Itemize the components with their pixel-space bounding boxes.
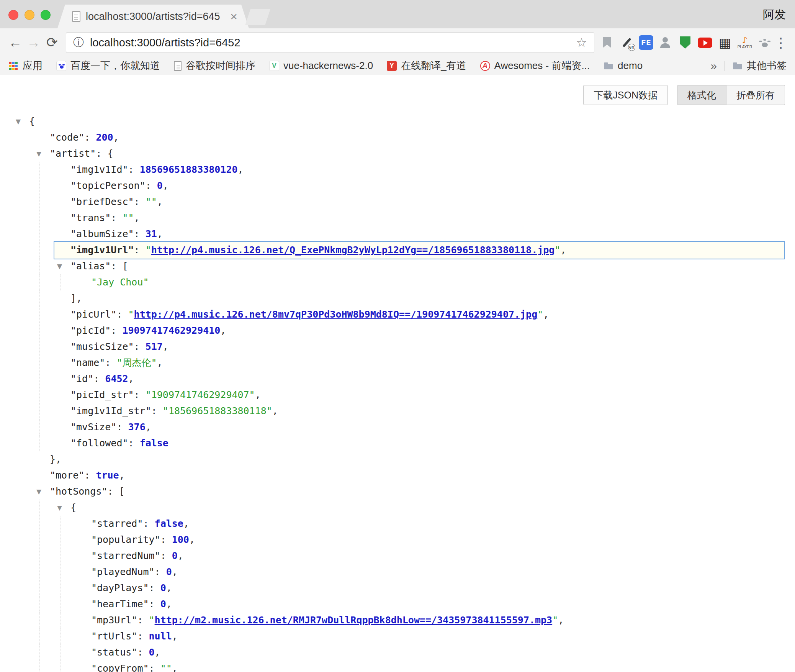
browser-tab[interactable]: localhost:3000/artists?id=645 × — [57, 5, 249, 28]
collapse-all-button[interactable]: 折叠所有 — [726, 85, 785, 105]
tree-guide-line — [39, 210, 40, 226]
bookmark-item[interactable]: Vvue-hackernews-2.0 — [269, 60, 373, 72]
json-line: "mp3Url": "http://m2.music.126.net/RMJR7… — [0, 612, 795, 628]
bookmark-item[interactable]: Y在线翻译_有道 — [387, 59, 466, 72]
bookmark-item[interactable]: 百度一下，你就知道 — [56, 59, 160, 72]
tree-guide-line — [19, 339, 19, 355]
json-line: "picUrl": "http://p4.music.126.net/8mv7q… — [0, 306, 795, 323]
other-bookmarks[interactable]: 其他书签 — [733, 59, 787, 72]
json-token: : — [128, 438, 140, 449]
close-window-button[interactable] — [8, 10, 18, 20]
other-bookmarks-label: 其他书签 — [747, 59, 787, 72]
json-token: , — [560, 244, 566, 256]
json-line: "trans": "", — [0, 210, 795, 226]
collapse-caret-icon[interactable]: ▼ — [57, 258, 62, 274]
json-token: : — [160, 534, 172, 545]
json-url-link[interactable]: http://p4.music.126.net/8mv7qP30Pd3oHW8b… — [134, 309, 538, 320]
json-line: "id": 6452, — [0, 371, 795, 387]
json-token: , — [134, 212, 140, 223]
profile-name[interactable]: 阿发 — [763, 7, 786, 23]
minimize-window-button[interactable] — [25, 10, 34, 20]
reload-button[interactable]: ⟳ — [43, 36, 61, 49]
tab-strip: localhost:3000/artists?id=645 × 阿发 — [0, 0, 795, 28]
browser-menu-icon[interactable]: ⋮ — [773, 35, 789, 51]
json-token: : — [155, 566, 166, 577]
tree-guide-line — [19, 129, 19, 146]
json-url-link[interactable]: http://p4.music.126.net/Q_ExePNkmgB2yWyL… — [151, 244, 555, 256]
tree-guide-line — [39, 306, 40, 323]
json-token: "albumSize" — [70, 228, 134, 239]
json-token: ], — [70, 293, 82, 304]
folder-icon — [733, 61, 743, 71]
format-button[interactable]: 格式化 — [677, 85, 726, 105]
tree-guide-line — [19, 516, 19, 532]
pennant-icon[interactable] — [599, 34, 615, 51]
json-url-link[interactable]: http://m2.music.126.net/RMJR7wDullRqppBk… — [155, 615, 553, 626]
json-token: "starred" — [91, 518, 143, 529]
json-token: 19097417462929410 — [122, 325, 220, 336]
json-token: , — [220, 325, 226, 336]
json-token: : — [84, 470, 96, 481]
browser-window: localhost:3000/artists?id=645 × 阿发 ← → ⟳… — [0, 0, 795, 672]
url-text[interactable]: localhost:3000/artists?id=6452 — [90, 36, 576, 49]
json-line: ▼"artist": { — [0, 146, 795, 162]
json-token: 31 — [146, 228, 157, 239]
json-token: "code" — [50, 132, 84, 143]
tree-guide-line — [39, 661, 40, 672]
tree-guide-line — [39, 387, 40, 403]
tree-guide-line — [19, 532, 19, 548]
forward-button[interactable]: → — [25, 36, 43, 49]
address-bar[interactable]: ⓘ localhost:3000/artists?id=6452 ☆ — [66, 32, 594, 53]
page-info-icon[interactable]: ⓘ — [73, 37, 84, 48]
qr-code-icon[interactable]: ▦ — [717, 34, 733, 51]
download-json-button[interactable]: 下载JSON数据 — [583, 85, 668, 105]
json-token: : — [134, 196, 146, 207]
tree-guide-line — [39, 628, 40, 644]
tree-guide-line — [19, 548, 19, 564]
json-token: , — [157, 357, 163, 368]
collapse-caret-icon[interactable]: ▼ — [36, 484, 41, 500]
json-token: "" — [160, 663, 172, 672]
bookmark-item[interactable]: AAwesomes - 前端资... — [480, 59, 590, 72]
tree-guide-line — [19, 387, 19, 403]
tree-guide-line — [60, 274, 61, 290]
back-button[interactable]: ← — [6, 36, 25, 49]
json-token: : [ — [111, 261, 128, 272]
json-line: ], — [0, 290, 795, 306]
collapse-caret-icon[interactable]: ▼ — [57, 500, 62, 516]
json-line: "img1v1Id_str": "18569651883380118", — [0, 403, 795, 419]
new-tab-button[interactable] — [245, 9, 270, 25]
collapse-caret-icon[interactable]: ▼ — [36, 146, 41, 162]
player-icon[interactable]: ♪PLAYER — [737, 34, 753, 51]
collapse-caret-icon[interactable]: ▼ — [16, 113, 21, 129]
page-content: 下载JSON数据 格式化 折叠所有 ▼{"code": 200,▼"artist… — [0, 75, 795, 672]
json-token: "img1v1Url" — [70, 244, 134, 256]
json-line: "status": 0, — [0, 644, 795, 661]
bookmark-label: Awesomes - 前端资... — [494, 59, 590, 72]
json-token: , — [146, 421, 151, 433]
tree-guide-line — [19, 162, 19, 178]
bookmark-item[interactable]: demo — [604, 60, 643, 72]
bookmark-item[interactable]: 谷歌按时间排序 — [174, 59, 255, 72]
json-token: 0 — [166, 566, 172, 577]
fe-badge-icon[interactable]: FE — [639, 35, 653, 50]
tree-guide-line — [39, 596, 40, 612]
json-token: : — [111, 212, 122, 223]
bookmark-item[interactable]: 应用 — [8, 59, 43, 72]
json-token: "alias" — [70, 261, 111, 272]
tab-close-icon[interactable]: × — [230, 10, 237, 23]
json-token: 0 — [157, 180, 163, 191]
tree-guide-line — [19, 371, 19, 387]
json-token: : — [151, 405, 163, 416]
tree-guide-line — [39, 226, 40, 242]
tree-guide-line — [19, 500, 19, 516]
json-token: }, — [50, 454, 61, 465]
translate-pen-icon[interactable]: en — [619, 34, 635, 51]
youtube-icon[interactable] — [697, 34, 713, 51]
zoom-window-button[interactable] — [41, 10, 51, 20]
shield-icon[interactable] — [677, 34, 693, 51]
paw-icon[interactable] — [757, 34, 773, 51]
person-icon[interactable] — [657, 34, 673, 51]
bookmarks-overflow-chevron[interactable]: » — [710, 59, 717, 72]
bookmark-star-icon[interactable]: ☆ — [576, 36, 587, 49]
